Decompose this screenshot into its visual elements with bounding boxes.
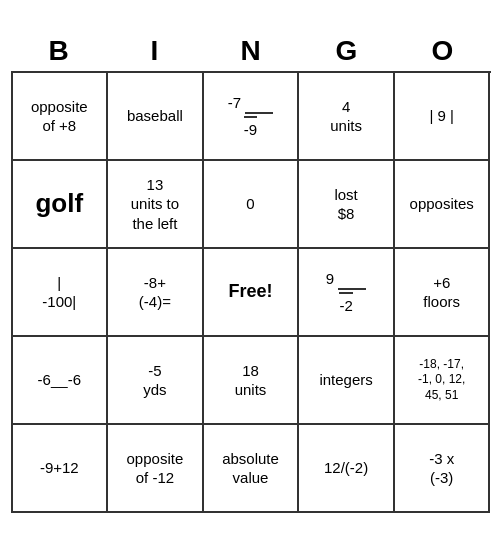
bingo-cell: oppositeof +8	[13, 73, 109, 161]
bingo-cell: -18, -17,-1, 0, 12,45, 51	[395, 337, 491, 425]
bingo-cell: | 9 |	[395, 73, 491, 161]
header-letter: B	[11, 31, 107, 71]
bingo-cell: lost$8	[299, 161, 395, 249]
header-letter: N	[203, 31, 299, 71]
bingo-cell: absolutevalue	[204, 425, 300, 513]
bingo-cell: -5yds	[108, 337, 204, 425]
bingo-grid: oppositeof +8baseball-7 -94units| 9 |gol…	[11, 71, 491, 513]
bingo-cell: 13units tothe left	[108, 161, 204, 249]
header-letter: O	[395, 31, 491, 71]
bingo-cell: integers	[299, 337, 395, 425]
bingo-cell: -9+12	[13, 425, 109, 513]
header-letter: I	[107, 31, 203, 71]
bingo-cell: 12/(-2)	[299, 425, 395, 513]
bingo-cell: -3 x(-3)	[395, 425, 491, 513]
bingo-cell: +6floors	[395, 249, 491, 337]
bingo-cell: oppositeof -12	[108, 425, 204, 513]
bingo-card: BINGO oppositeof +8baseball-7 -94units| …	[11, 31, 491, 513]
bingo-cell: -6__-6	[13, 337, 109, 425]
bingo-cell: |-100|	[13, 249, 109, 337]
bingo-cell: baseball	[108, 73, 204, 161]
bingo-cell: -7 -9	[204, 73, 300, 161]
bingo-cell: golf	[13, 161, 109, 249]
bingo-cell: -8+(-4)=	[108, 249, 204, 337]
header-letter: G	[299, 31, 395, 71]
bingo-cell: opposites	[395, 161, 491, 249]
bingo-cell: 0	[204, 161, 300, 249]
bingo-cell: Free!	[204, 249, 300, 337]
bingo-cell: 18units	[204, 337, 300, 425]
bingo-cell: 9 -2	[299, 249, 395, 337]
bingo-cell: 4units	[299, 73, 395, 161]
bingo-header: BINGO	[11, 31, 491, 71]
